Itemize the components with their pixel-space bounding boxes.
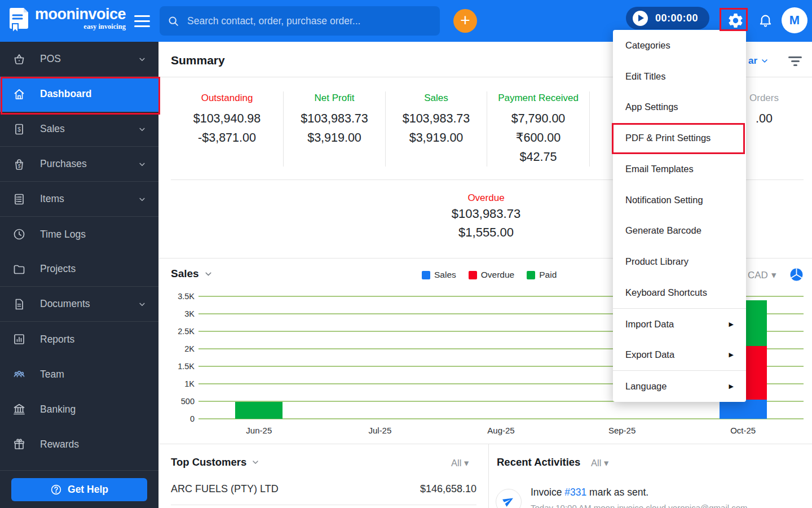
legend-item-overdue[interactable]: Overdue: [469, 270, 514, 280]
menu-item-import-data[interactable]: Import Data▶: [613, 309, 746, 340]
period-label: ar: [748, 55, 757, 67]
sidebar-item-sales[interactable]: $Sales: [0, 112, 158, 147]
play-icon[interactable]: [633, 11, 648, 26]
sidebar-item-projects[interactable]: Projects: [0, 252, 158, 287]
document-icon: [12, 297, 26, 311]
sidebar-item-rewards[interactable]: Rewards: [0, 427, 158, 462]
y-axis-tick-label: 2.5K: [161, 327, 195, 335]
sidebar-item-dashboard[interactable]: Dashboard: [0, 77, 158, 112]
menu-item-keyboard-shortcuts[interactable]: Keyboard Shortcuts: [613, 277, 746, 308]
metric-value: $103,940.98: [171, 109, 283, 128]
search-icon: [167, 15, 179, 27]
menu-item-edit-titles[interactable]: Edit Titles: [613, 61, 746, 92]
bag-icon: $: [12, 157, 26, 171]
metric-value: $3,919.00: [386, 128, 487, 147]
activity-text: Invoice #331 mark as sent.: [531, 487, 648, 498]
sidebar-item-items[interactable]: Items: [0, 182, 158, 217]
pie-chart-toggle-icon[interactable]: [789, 268, 804, 282]
clock-icon: [12, 227, 26, 241]
user-avatar[interactable]: M: [782, 7, 807, 33]
menu-item-pdf-print-settings[interactable]: PDF & Print Settings: [613, 122, 746, 154]
timer-value: 00:00:00: [655, 12, 698, 24]
menu-item-label: Product Library: [625, 256, 689, 267]
sidebar-item-documents[interactable]: Documents: [0, 287, 158, 322]
settings-gear-icon[interactable]: [727, 12, 744, 29]
sidebar-item-time-logs[interactable]: Time Logs: [0, 217, 158, 252]
recent-activities-filter[interactable]: All ▾: [591, 458, 608, 468]
chart-legend: SalesOverduePaid: [422, 270, 557, 280]
metric-value: $103,983.73: [284, 109, 385, 128]
menu-item-notification-setting[interactable]: Notification Setting: [613, 185, 746, 216]
sidebar-item-label: Banking: [40, 404, 147, 415]
menu-item-generate-barcode[interactable]: Generate Barcode: [613, 216, 746, 247]
sidebar-item-purchases[interactable]: $Purchases: [0, 147, 158, 182]
quick-add-button[interactable]: +: [453, 9, 477, 33]
sidebar-item-reports[interactable]: Reports: [0, 322, 158, 357]
timer-widget[interactable]: 00:00:00: [626, 7, 709, 29]
menu-item-email-templates[interactable]: Email Templates: [613, 154, 746, 185]
filter-icon[interactable]: [788, 56, 802, 66]
menu-item-app-settings[interactable]: App Settings: [613, 92, 746, 123]
metric-value: $3,919.00: [284, 128, 385, 147]
x-axis-label: Jun-25: [225, 426, 293, 435]
customer-row[interactable]: ARC FUELS (PTY) LTD$146,658.10: [171, 483, 476, 495]
submenu-arrow-icon: ▶: [729, 383, 734, 390]
brand-name: mooninvoice: [35, 7, 126, 22]
caret-down-icon: ▾: [604, 458, 608, 468]
sidebar-item-pos[interactable]: POS: [0, 42, 158, 77]
home-icon: [12, 87, 26, 101]
sidebar-item-label: Reports: [40, 334, 147, 345]
bar-segment-sales-oct-25: [720, 400, 767, 419]
chevron-down-icon: [137, 299, 147, 309]
chart-title-dropdown[interactable]: Sales: [171, 268, 213, 280]
caret-down-icon: ▾: [771, 269, 776, 281]
hamburger-menu-icon[interactable]: [134, 15, 150, 27]
menu-item-label: Edit Titles: [625, 71, 666, 82]
metric-label: Sales: [386, 93, 487, 104]
legend-item-sales[interactable]: Sales: [422, 270, 456, 280]
y-axis-tick-label: 2K: [161, 345, 195, 353]
chevron-down-icon: [137, 159, 147, 169]
get-help-button[interactable]: Get Help: [11, 478, 147, 501]
menu-item-language[interactable]: Language▶: [613, 371, 746, 402]
metric-sales: Sales$103,983.73$3,919.00: [386, 91, 487, 167]
metric-value: -$3,871.00: [171, 128, 283, 147]
menu-item-label: Categories: [625, 40, 670, 51]
menu-item-categories[interactable]: Categories: [613, 30, 746, 61]
sidebar-item-banking[interactable]: Banking: [0, 392, 158, 427]
mooninvoice-logo-icon: [8, 7, 30, 34]
sidebar-item-label: POS: [40, 53, 137, 65]
sidebar-item-label: Purchases: [40, 158, 137, 170]
mooninvoice-dashboard: mooninvoice easy invoicing + 00:00:00 M …: [0, 0, 812, 508]
legend-swatch: [527, 271, 535, 279]
sidebar-item-label: Dashboard: [40, 88, 147, 100]
report-icon: [12, 332, 26, 346]
bottom-section-divider: [158, 444, 812, 444]
sidebar-item-label: Rewards: [40, 439, 147, 450]
menu-item-label: PDF & Print Settings: [625, 133, 710, 143]
brand-logo: mooninvoice easy invoicing: [8, 7, 126, 34]
gridline: [198, 418, 804, 419]
notifications-bell-icon[interactable]: [758, 12, 773, 28]
legend-item-paid[interactable]: Paid: [527, 270, 557, 280]
sidebar-item-team[interactable]: Team: [0, 357, 158, 392]
brand-text: mooninvoice easy invoicing: [35, 7, 126, 30]
top-customers-header[interactable]: Top Customers: [171, 456, 260, 468]
activity-prefix: Invoice: [531, 487, 564, 498]
menu-item-export-data[interactable]: Export Data▶: [613, 340, 746, 371]
submenu-arrow-icon: ▶: [729, 321, 734, 328]
y-axis-tick-label: 0: [161, 415, 195, 423]
search-input[interactable]: [186, 15, 432, 28]
metric-value: $42.75: [487, 147, 589, 167]
currency-dropdown[interactable]: CAD▾: [748, 269, 776, 281]
legend-label: Overdue: [481, 270, 514, 280]
legend-label: Sales: [434, 270, 456, 280]
y-axis-tick-label: 3.5K: [161, 292, 195, 300]
menu-item-product-library[interactable]: Product Library: [613, 246, 746, 277]
period-dropdown[interactable]: ar: [748, 55, 769, 67]
x-axis-label: Oct-25: [709, 426, 777, 435]
avatar-initial: M: [789, 13, 800, 28]
activity-meta: Today 10:00 AM moon.invoice.cloud.veroni…: [531, 503, 748, 508]
invoice-link[interactable]: #331: [564, 487, 586, 498]
top-customers-filter[interactable]: All ▾: [451, 458, 469, 468]
